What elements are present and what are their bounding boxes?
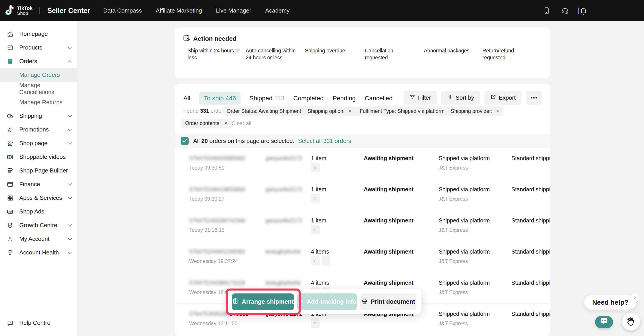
order-row[interactable]: 576475244941248382 Wednesday 19:37:24 te… <box>175 241 550 272</box>
select-all-checkbox[interactable] <box>181 137 189 145</box>
order-time: Today 01:16:15 <box>189 227 224 233</box>
sidebar-item-shop-ads[interactable]: AD Shop Ads <box>0 205 77 218</box>
chip-remove-icon[interactable]: × <box>224 120 228 126</box>
product-thumbnail[interactable] <box>311 225 320 234</box>
product-thumbnail[interactable] <box>322 256 330 265</box>
more-actions-button[interactable]: ⋯ <box>526 91 542 105</box>
order-status-tabs: All To ship446 Shipped113 Completed Pend… <box>183 92 393 105</box>
selection-prefix: All <box>193 138 200 144</box>
mobile-app-icon[interactable] <box>542 7 551 15</box>
print-document-button[interactable]: Print document <box>360 294 416 310</box>
sidebar-item-manage-returns[interactable]: Manage Returns <box>0 95 77 109</box>
chevron-down-icon <box>68 222 72 226</box>
tiktok-shop-logo[interactable]: TikTok Shop <box>4 4 32 17</box>
nav-data-compass[interactable]: Data Compass <box>103 7 142 14</box>
metric-abnormal-packages[interactable]: Abnormal packages 19 <box>424 47 476 78</box>
sidebar-item-my-account[interactable]: My Account <box>0 232 77 246</box>
chat-support-button[interactable] <box>595 316 613 328</box>
metric-return-refund[interactable]: Return/refund requested 0 <box>482 47 535 78</box>
tab-shipped[interactable]: Shipped113 <box>250 95 284 102</box>
sort-by-label: Sort by <box>456 94 474 101</box>
nav-seller-center[interactable]: Seller Center <box>47 7 90 15</box>
product-thumbnail[interactable] <box>311 194 320 203</box>
sidebar-item-account-health[interactable]: Account Health <box>0 246 77 259</box>
filter-chip-shipping-option[interactable]: Shipping option: × <box>303 106 356 116</box>
sidebar-item-finance[interactable]: Finance <box>0 177 77 191</box>
nav-academy[interactable]: Academy <box>265 7 290 14</box>
selection-count: 20 <box>201 138 208 144</box>
metric-auto-cancel[interactable]: Auto-cancelling within 24 hours or less … <box>246 47 298 78</box>
sidebar-item-apps-services[interactable]: Apps & Services <box>0 191 77 205</box>
clear-all-filters-link[interactable]: Clear all <box>232 120 251 127</box>
sidebar-label: Help Centre <box>19 320 50 326</box>
filter-chip-order-status[interactable]: Order Status: Awaiting Shipment × <box>222 106 312 116</box>
sidebar-item-shoppable-videos[interactable]: Shoppable videos <box>0 150 77 164</box>
chip-label: Shipping provider: <box>451 108 492 114</box>
order-time: Wednesday 12:11:00 <box>189 321 238 327</box>
metric-ship-24h[interactable]: Ship within 24 hours or less 73 <box>188 47 240 78</box>
sidebar-item-manage-orders[interactable]: Manage Orders <box>0 68 77 82</box>
sort-by-button[interactable]: Sort by <box>441 91 480 105</box>
export-button[interactable]: Export <box>484 91 522 105</box>
fulfilment-type: Shipped via platform <box>439 311 490 317</box>
filter-chip-shipping-provider[interactable]: Shipping provider: × <box>446 106 504 116</box>
add-tracking-info-label: Add tracking info <box>307 298 356 305</box>
sidebar-item-products[interactable]: Products <box>0 41 77 54</box>
chip-remove-icon[interactable]: × <box>348 108 352 114</box>
arrange-shipment-button[interactable]: Arrange shipment <box>232 294 294 310</box>
shipping-option: Standard shippin <box>512 280 550 286</box>
found-orders-text: Found 331 orders <box>183 108 226 114</box>
metric-shipping-overdue[interactable]: Shipping overdue 140 <box>305 47 358 78</box>
printer-icon <box>361 298 368 306</box>
order-row[interactable]: 576475248420685662 Today 09:30:51 ganyun… <box>175 148 550 179</box>
filter-chip-fulfilment-type[interactable]: Fulfilment Type: Shipped via platform × <box>355 106 456 116</box>
need-help-bubble[interactable]: Need help? <box>584 295 636 310</box>
metric-label: Cancellation requested <box>365 47 418 61</box>
metric-label: Ship within 24 hours or less <box>188 47 240 61</box>
arrange-shipment-label: Arrange shipment <box>242 298 294 305</box>
sort-arrows-icon <box>447 94 453 101</box>
found-prefix: Found <box>183 108 198 114</box>
orders-toolbar: Filter Sort by Export ⋯ <box>404 91 542 105</box>
sidebar-label: Shipping <box>19 112 42 119</box>
sidebar-item-shop-page-builder[interactable]: Shop Page Builder <box>0 164 77 177</box>
tab-cancelled[interactable]: Cancelled <box>365 95 393 102</box>
product-thumbnail[interactable] <box>311 318 320 328</box>
notifications-bell-icon[interactable] <box>580 7 588 15</box>
chip-remove-icon[interactable]: × <box>496 108 499 114</box>
order-row[interactable]: 576475248419833694 Today 09:30:27 ganyun… <box>175 179 550 210</box>
metric-cancellation-requested[interactable]: Cancellation requested 0 <box>365 47 418 78</box>
selection-text: All 20 orders on this page are selected. <box>193 138 294 145</box>
cursor-hand-indicator <box>622 313 640 331</box>
tab-pending[interactable]: Pending <box>332 95 356 102</box>
sidebar-item-promotions[interactable]: Promotions <box>0 123 77 136</box>
buyer-name: ganyunfei2172 <box>266 217 302 224</box>
order-status: Awaiting shipment <box>364 186 414 193</box>
sidebar-item-shop-page[interactable]: Shop page <box>0 136 77 150</box>
tab-all[interactable]: All <box>183 95 190 102</box>
product-thumbnail[interactable] <box>311 256 320 265</box>
sidebar-label: Shop page <box>19 140 48 147</box>
support-headset-icon[interactable] <box>561 7 569 15</box>
help-close-button[interactable]: × <box>631 294 640 302</box>
sidebar-item-growth-centre[interactable]: Growth Centre <box>0 218 77 232</box>
order-id: 576475248420685662 <box>189 155 245 162</box>
sidebar-item-orders[interactable]: Orders <box>0 54 77 68</box>
filter-chip-order-contents[interactable]: Order contents: × <box>181 119 232 128</box>
need-help-text: Need help? <box>592 299 628 306</box>
tab-to-ship[interactable]: To ship446 <box>199 92 240 105</box>
sidebar-item-manage-cancellations[interactable]: Manage Cancellations <box>0 82 77 95</box>
sidebar-item-help-centre[interactable]: ? Help Centre <box>0 316 78 330</box>
nav-live-manager[interactable]: Live Manager <box>216 7 251 14</box>
filter-button[interactable]: Filter <box>404 91 437 105</box>
sidebar-item-homepage[interactable]: Homepage <box>0 27 77 41</box>
product-thumbnail[interactable] <box>311 163 320 172</box>
sidebar-label: Homepage <box>19 30 48 37</box>
tab-completed[interactable]: Completed <box>293 95 324 102</box>
add-tracking-info-button[interactable]: Add tracking info <box>297 294 357 310</box>
nav-affiliate-marketing[interactable]: Affiliate Marketing <box>156 7 202 14</box>
sidebar-label: Manage Orders <box>19 71 60 78</box>
order-row[interactable]: 576475246338742366 Today 01:16:15 ganyun… <box>175 210 550 241</box>
select-all-331-link[interactable]: Select all 331 orders <box>298 138 351 145</box>
sidebar-item-shipping[interactable]: Shipping <box>0 109 77 123</box>
